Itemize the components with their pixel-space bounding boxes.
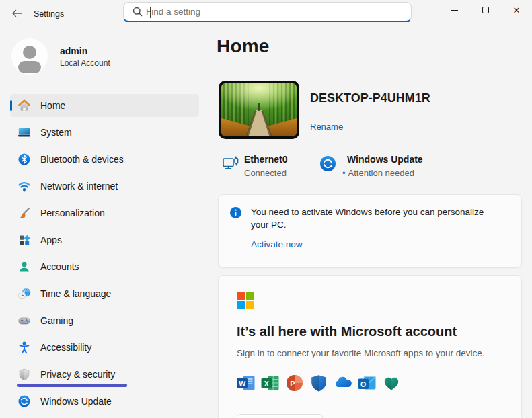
minimize-button[interactable] [439, 0, 470, 20]
rename-link[interactable]: Rename [310, 122, 343, 132]
avatar [11, 38, 48, 75]
accounts-icon [17, 260, 31, 274]
family-safety-icon [382, 374, 401, 392]
search-box[interactable] [123, 2, 412, 22]
sidebar-item-accessibility[interactable]: Accessibility [10, 336, 199, 359]
gaming-icon [17, 314, 31, 327]
outlook-icon: O [358, 374, 377, 392]
home-icon [17, 99, 31, 112]
sidebar-item-system[interactable]: System [10, 121, 199, 144]
word-icon: W [237, 374, 256, 392]
sidebar-item-time-language[interactable]: Time & language [10, 282, 199, 305]
user-account-row[interactable]: admin Local Account [11, 38, 193, 76]
search-input[interactable] [146, 7, 411, 17]
window-controls: ✕ [439, 0, 532, 20]
sidebar-nav: Home System Bluetooth & devices [10, 94, 199, 417]
sidebar-item-windows-update[interactable]: Windows Update [10, 390, 199, 413]
sidebar-item-personalization[interactable]: Personalization [10, 202, 199, 224]
apps-icon [17, 233, 31, 247]
network-icon [17, 179, 31, 193]
windows-update-state: •Attention needed [342, 168, 414, 178]
defender-icon [309, 374, 328, 392]
sidebar-item-label: Accessibility [40, 342, 91, 353]
onedrive-icon [334, 374, 352, 392]
activation-banner: You need to activate Windows before you … [218, 194, 522, 268]
ethernet-icon [222, 155, 239, 175]
close-icon: ✕ [513, 6, 521, 15]
sidebar-item-accounts[interactable]: Accounts [10, 255, 199, 278]
sidebar-item-label: Time & language [40, 288, 111, 299]
sidebar-item-apps[interactable]: Apps [10, 228, 199, 251]
maximize-button[interactable] [470, 0, 501, 20]
sidebar-item-label: Personalization [40, 208, 105, 218]
selected-indicator [10, 100, 12, 111]
sidebar-item-label: Gaming [40, 315, 73, 326]
device-name: DESKTOP-P4UHM1R [310, 91, 430, 106]
privacy-highlight-underline [17, 384, 127, 387]
windows-update-icon [319, 155, 336, 175]
account-card-subtitle: Sign in to connect your favorite Microso… [237, 348, 484, 358]
back-button[interactable] [8, 6, 26, 21]
privacy-security-icon [17, 368, 31, 381]
search-icon [132, 7, 143, 17]
sidebar-item-label: Windows Update [40, 396, 112, 407]
network-state: Connected [244, 168, 287, 178]
sidebar-item-gaming[interactable]: Gaming [10, 309, 199, 332]
text-caret [150, 7, 151, 18]
sidebar-item-label: Privacy & security [40, 369, 115, 380]
sidebar-item-label: Apps [40, 235, 62, 245]
microsoft-account-card: It’s all here with Microsoft account Sig… [218, 275, 522, 418]
back-arrow-icon [11, 9, 22, 17]
svg-text:P: P [290, 380, 295, 388]
time-language-icon [17, 287, 31, 300]
activation-message: You need to activate Windows before you … [251, 206, 494, 231]
excel-icon: X [261, 374, 280, 392]
windows-update-icon [17, 394, 31, 408]
personalization-icon [17, 206, 31, 220]
user-account-type: Local Account [60, 58, 110, 68]
activate-now-link[interactable]: Activate now [251, 239, 303, 249]
sidebar-item-label: System [40, 127, 72, 138]
system-icon [17, 126, 31, 139]
sidebar-item-privacy-security[interactable]: Privacy & security [10, 363, 199, 386]
microsoft-apps-row: W X P [237, 374, 401, 392]
accessibility-icon [17, 341, 31, 354]
page-title: Home [217, 36, 270, 57]
svg-text:O: O [360, 380, 366, 388]
svg-text:X: X [264, 380, 269, 388]
bluetooth-icon [17, 153, 31, 166]
sidebar-item-label: Bluetooth & devices [40, 154, 124, 165]
powerpoint-icon: P [285, 374, 304, 392]
sign-in-button[interactable] [237, 414, 323, 418]
info-icon [230, 207, 241, 221]
sidebar-item-label: Network & internet [40, 181, 118, 192]
windows-update-title: Windows Update [347, 154, 423, 165]
network-name: Ethernet0 [244, 154, 288, 165]
user-name: admin [60, 46, 87, 56]
sidebar-item-home[interactable]: Home [10, 94, 199, 117]
maximize-icon [482, 7, 489, 13]
sidebar-item-bluetooth-devices[interactable]: Bluetooth & devices [10, 148, 199, 171]
attention-bullet: • [342, 168, 346, 178]
app-title: Settings [34, 9, 64, 19]
minimize-icon [451, 10, 458, 11]
device-wallpaper-thumbnail [219, 81, 299, 139]
sidebar-item-label: Accounts [40, 261, 79, 272]
account-card-title: It’s all here with Microsoft account [237, 324, 457, 339]
settings-window: Settings ✕ admin Local Account [0, 0, 532, 418]
svg-text:W: W [239, 380, 245, 388]
sidebar-item-label: Home [40, 100, 65, 111]
close-button[interactable]: ✕ [501, 0, 532, 20]
sidebar-item-network-internet[interactable]: Network & internet [10, 175, 199, 198]
microsoft-logo-icon [237, 292, 255, 310]
